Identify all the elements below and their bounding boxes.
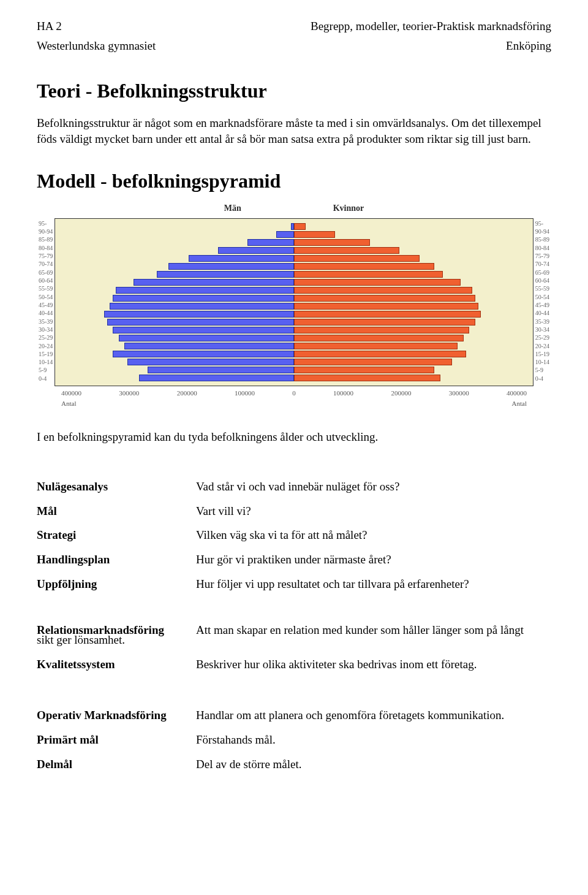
pyramid-row [60,310,527,318]
pyramid-top-labels: Män Kvinnor [37,203,551,215]
age-label: 95- [535,221,549,229]
bar-men [189,255,294,262]
definition-text: Hur gör vi praktiken under närmaste året… [196,552,551,568]
definition-term: Handlingsplan [37,552,196,568]
definition-term: Mål [37,503,196,519]
bar-men [139,375,294,381]
bar-women [294,351,466,357]
age-label: 80-84 [535,245,549,253]
bar-men [148,367,294,373]
age-label: 15-19 [39,351,53,359]
bar-women [294,311,481,318]
definition-text: Handlar om att planera och genomföra för… [196,707,551,723]
bar-women [294,287,472,294]
pyramid-row [60,374,527,382]
bar-men [218,247,294,254]
age-label: 80-84 [39,245,53,253]
bar-women [294,335,464,341]
heading-model: Modell - befolkningspyramid [37,168,551,194]
x-tick: 300000 [119,389,139,398]
age-label: 45-49 [535,302,549,310]
age-label: 40-44 [39,310,53,318]
x-tick: 200000 [391,389,411,398]
definition-text: Förstahands mål. [196,732,551,748]
age-label: 75-79 [39,253,53,261]
bar-men [127,359,294,365]
age-label: 50-54 [535,294,549,302]
definition-text: Del av de större målet. [196,756,551,772]
age-label: 35-39 [39,319,53,327]
course-code: HA 2 [37,18,62,34]
bar-women [294,223,306,230]
age-label: 85-89 [39,237,53,245]
bar-men [276,231,294,238]
definition-list-1: NulägesanalysVad står vi och vad innebär… [37,479,551,592]
age-label: 65-69 [39,270,53,278]
paragraph-theory: Befolkningsstruktur är något som en mark… [37,115,551,147]
pyramid-row [60,262,527,270]
school-name: Westerlundska gymnasiet [37,38,156,54]
label-women: Kvinnor [333,203,364,215]
definition-row: MålVart vill vi? [37,503,551,519]
bar-men [113,351,294,357]
x-tick: 100000 [333,389,353,398]
pyramid-row [60,238,527,246]
age-label: 20-24 [535,343,549,351]
definition-term: Primärt mål [37,732,196,748]
age-label: 35-39 [535,319,549,327]
xlabel-left: Antal [61,399,76,408]
bar-women [294,255,420,262]
age-label: 60-64 [39,278,53,286]
pyramid-row [60,334,527,342]
age-label: 20-24 [39,343,53,351]
definition-term: Delmål [37,756,196,772]
bar-men [107,319,294,326]
population-pyramid-chart: Män Kvinnor 95-90-9485-8980-8475-7970-74… [37,203,551,408]
age-label: 10-14 [39,359,53,367]
age-label: 30-34 [39,327,53,335]
definition-row: NulägesanalysVad står vi och vad innebär… [37,479,551,495]
document-page: HA 2 Begrepp, modeller, teorier-Praktisk… [0,0,588,805]
bar-women [294,327,469,333]
pyramid-row [60,246,527,254]
pyramid-row [60,326,527,334]
bar-men [168,263,294,270]
bar-women [294,367,434,373]
label-men: Män [224,203,241,215]
bar-women [294,359,452,365]
bar-men [104,311,294,318]
term-kvalitetssystem: Kvalitetssystem [37,657,196,672]
pyramid-row [60,230,527,238]
xlabel-right: Antal [512,399,527,408]
definition-row: Operativ MarknadsföringHandlar om att pl… [37,707,551,723]
bar-women [294,279,461,286]
age-label: 75-79 [535,253,549,261]
definition-text: Vart vill vi? [196,503,551,519]
def-relationsmarknadsforing-line1: Att man skapar en relation med kunder so… [196,622,551,638]
bar-women [294,231,335,238]
pyramid-row [60,223,527,230]
age-labels-left: 95-90-9485-8980-8475-7970-7465-6960-6455… [37,218,55,386]
header-row-1: HA 2 Begrepp, modeller, teorier-Praktisk… [37,18,551,34]
definition-row: UppföljningHur följer vi upp resultatet … [37,576,551,592]
def-kvalitetssystem: Beskriver hur olika aktiviteter ska bedr… [196,657,551,672]
x-tick: 400000 [507,389,527,398]
pyramid-row [60,286,527,294]
age-label: 85-89 [535,237,549,245]
age-label: 25-29 [535,335,549,343]
header-row-2: Westerlundska gymnasiet Enköping [37,38,551,54]
x-tick: 400000 [61,389,81,398]
heading-theory: Teori - Befolkningsstruktur [37,78,551,104]
bar-men [134,279,294,286]
bar-women [294,295,475,302]
age-label: 65-69 [535,270,549,278]
definition-row: DelmålDel av de större målet. [37,756,551,772]
age-label: 50-54 [39,294,53,302]
relation-block: Relationsmarknadsföring Att man skapar e… [37,622,551,672]
pyramid-row [60,278,527,286]
pyramid-x-labels: Antal Antal [37,398,551,408]
age-label: 5-9 [535,367,549,375]
age-label: 95- [39,221,53,229]
pyramid-x-ticks: 4000003000002000001000000100000200000300… [37,386,551,398]
definition-term: Strategi [37,527,196,543]
